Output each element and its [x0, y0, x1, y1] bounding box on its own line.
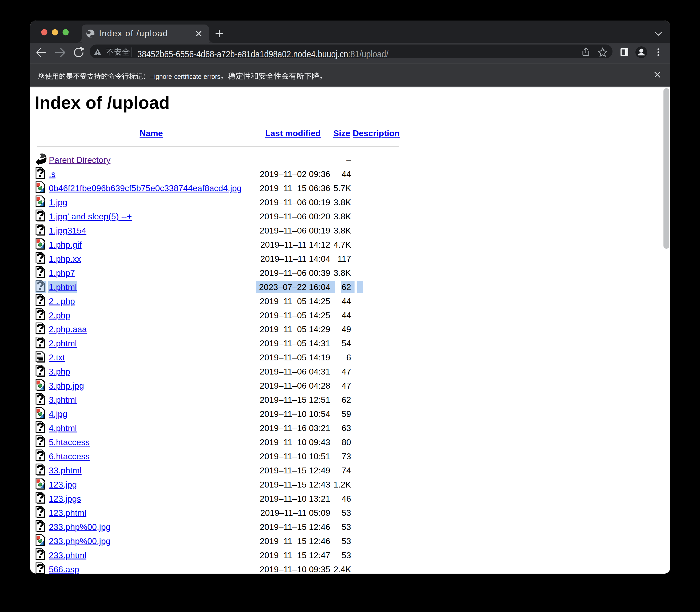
svg-text:2019–11–11 05:09: 2019–11–11 05:09 [260, 508, 330, 518]
svg-text:4.phtml: 4.phtml [49, 423, 77, 433]
svg-text:Last modified: Last modified [265, 128, 321, 138]
svg-text:1.2K: 1.2K [334, 480, 351, 489]
svg-text:.s: .s [49, 169, 55, 179]
svg-text:53: 53 [341, 536, 351, 546]
svg-text:123.jpgs: 123.jpgs [49, 494, 81, 503]
svg-text:Index of /upload: Index of /upload [99, 29, 167, 38]
svg-text:3.php.jpg: 3.php.jpg [49, 381, 84, 390]
svg-text:44: 44 [341, 169, 351, 179]
svg-text:Description: Description [353, 128, 400, 138]
svg-text:1.jpg' and sleep(5) --+: 1.jpg' and sleep(5) --+ [49, 212, 132, 221]
svg-text:53: 53 [341, 551, 351, 560]
svg-text:2019–11–16 03:21: 2019–11–16 03:21 [259, 423, 330, 433]
svg-text:2.phtml: 2.phtml [49, 338, 77, 348]
svg-text:53: 53 [341, 522, 351, 532]
svg-text:62: 62 [341, 282, 351, 292]
svg-text:2 . php: 2 . php [49, 296, 75, 306]
svg-text:233.php%00,jpg: 233.php%00,jpg [49, 522, 110, 532]
svg-text:3.php: 3.php [49, 367, 70, 376]
svg-text:2019–11–15 12:46: 2019–11–15 12:46 [259, 522, 330, 532]
svg-text:80: 80 [341, 437, 351, 447]
svg-text:2.php: 2.php [49, 310, 70, 320]
svg-text:123.phtml: 123.phtml [49, 508, 86, 518]
svg-text:1.jpg: 1.jpg [49, 197, 67, 207]
svg-text:2019–11–05 14:31: 2019–11–05 14:31 [259, 338, 330, 348]
svg-text:Index of /upload: Index of /upload [35, 93, 170, 112]
svg-text:47: 47 [341, 367, 351, 376]
svg-text:59: 59 [341, 409, 351, 419]
svg-text:--ignore-certificate-errors: --ignore-certificate-errors [150, 72, 220, 81]
svg-text:53: 53 [341, 508, 351, 518]
svg-text:74: 74 [341, 466, 351, 475]
svg-text:46: 46 [341, 494, 351, 503]
svg-text:117: 117 [337, 254, 351, 264]
svg-text:3.8K: 3.8K [334, 268, 351, 278]
svg-text:2019–11–10 13:21: 2019–11–10 13:21 [259, 494, 330, 503]
svg-text:2019–11–15 12:47: 2019–11–15 12:47 [259, 551, 330, 560]
svg-text:2019–11–10 09:43: 2019–11–10 09:43 [259, 437, 330, 447]
svg-text:2.php.aaa: 2.php.aaa [49, 324, 87, 334]
svg-text:2019–11–15 12:43: 2019–11–15 12:43 [259, 480, 330, 489]
svg-text:1.php.gif: 1.php.gif [49, 240, 82, 250]
svg-text:2019–11–10 10:54: 2019–11–10 10:54 [259, 409, 330, 419]
svg-text:5.7K: 5.7K [334, 183, 351, 193]
svg-text:47: 47 [341, 381, 351, 390]
svg-text:2019–11–10 09:35: 2019–11–10 09:35 [259, 565, 330, 574]
svg-text:3.8K: 3.8K [334, 226, 351, 235]
svg-text:3.phtml: 3.phtml [49, 395, 77, 405]
svg-text:2019–11–02 09:36: 2019–11–02 09:36 [259, 169, 330, 179]
svg-text:1.php.xx: 1.php.xx [49, 254, 81, 264]
svg-text:2019–11–06 04:28: 2019–11–06 04:28 [259, 381, 330, 390]
svg-text::81/upload/: :81/upload/ [348, 49, 388, 59]
svg-text:233.phtml: 233.phtml [49, 551, 86, 560]
svg-text:2019–11–06 00:39: 2019–11–06 00:39 [259, 268, 330, 278]
svg-text:1.php7: 1.php7 [49, 268, 75, 278]
svg-text:2019–11–11 14:12: 2019–11–11 14:12 [260, 240, 330, 250]
svg-text:3.8K: 3.8K [334, 197, 351, 207]
svg-text:566.asp: 566.asp [49, 565, 79, 574]
svg-text:2019–11–10 10:51: 2019–11–10 10:51 [259, 451, 330, 461]
svg-text:2019–11–15 12:51: 2019–11–15 12:51 [259, 395, 330, 405]
svg-text:2019–11–05 14:25: 2019–11–05 14:25 [259, 310, 330, 320]
svg-text:49: 49 [341, 324, 351, 334]
svg-text:2019–11–05 14:25: 2019–11–05 14:25 [259, 296, 330, 306]
svg-text:2019–11–15 06:36: 2019–11–15 06:36 [259, 183, 330, 193]
svg-text:44: 44 [341, 310, 351, 320]
svg-text:2023–07–22 16:04: 2023–07–22 16:04 [259, 282, 330, 292]
svg-text:6: 6 [346, 353, 351, 362]
svg-text:54: 54 [341, 338, 351, 348]
svg-text:233.php%00.jpg: 233.php%00.jpg [49, 536, 110, 546]
svg-text:2019–11–06 04:31: 2019–11–06 04:31 [259, 367, 330, 376]
svg-text:62: 62 [341, 395, 351, 405]
svg-text:33.phtml: 33.phtml [49, 466, 82, 475]
svg-text:2019–11–06 00:19: 2019–11–06 00:19 [259, 226, 330, 235]
svg-text:44: 44 [341, 296, 351, 306]
svg-text:5.htaccess: 5.htaccess [49, 437, 90, 447]
svg-text:2019–11–06 00:19: 2019–11–06 00:19 [259, 197, 330, 207]
svg-text:2019–11–11 14:04: 2019–11–11 14:04 [260, 254, 330, 264]
svg-text:6.htaccess: 6.htaccess [49, 451, 90, 461]
svg-text:1.phtml: 1.phtml [49, 282, 77, 292]
svg-text:Size: Size [333, 128, 350, 138]
svg-text:2019–11–15 12:46: 2019–11–15 12:46 [259, 536, 330, 546]
svg-text:4.jpg: 4.jpg [49, 409, 67, 419]
svg-text:4.7K: 4.7K [334, 240, 351, 250]
svg-text:2.txt: 2.txt [49, 353, 65, 362]
svg-text:Parent Directory: Parent Directory [49, 155, 110, 165]
svg-text:38452b65-6556-4d68-a72b-e81da1: 38452b65-6556-4d68-a72b-e81da1d98a02.nod… [137, 49, 348, 59]
svg-text:123.jpg: 123.jpg [49, 480, 77, 489]
svg-text:0b46f21fbe096b639cf5b75e0c3387: 0b46f21fbe096b639cf5b75e0c338744eaf8acd4… [49, 183, 241, 193]
svg-text:2019–11–05 14:19: 2019–11–05 14:19 [259, 353, 330, 362]
svg-text:Name: Name [139, 128, 163, 138]
svg-text:–: – [346, 155, 351, 165]
svg-text:2019–11–06 00:20: 2019–11–06 00:20 [259, 212, 330, 221]
svg-text:1.jpg3154: 1.jpg3154 [49, 226, 86, 235]
svg-text:2019–11–15 12:49: 2019–11–15 12:49 [259, 466, 330, 475]
svg-text:2019–11–05 14:29: 2019–11–05 14:29 [259, 324, 330, 334]
svg-text:73: 73 [341, 451, 351, 461]
svg-text:2.4K: 2.4K [334, 565, 351, 574]
svg-text:63: 63 [341, 423, 351, 433]
svg-text:3.8K: 3.8K [334, 212, 351, 221]
